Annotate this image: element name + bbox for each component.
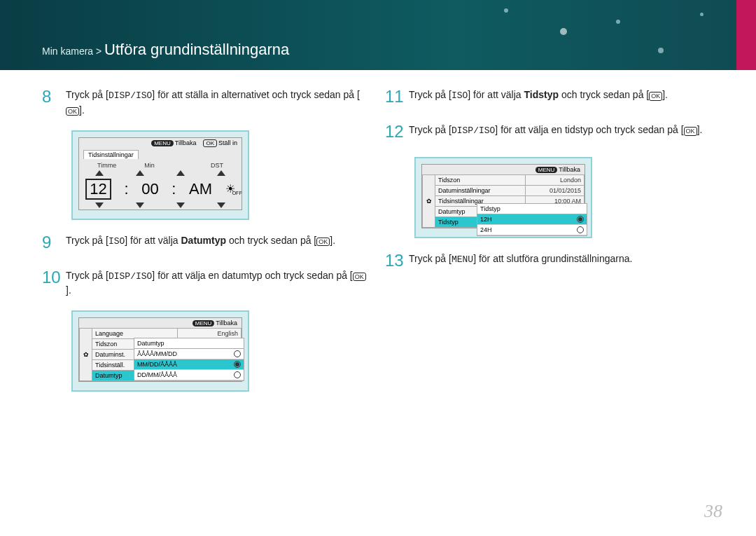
hour-value[interactable]: 12	[85, 179, 111, 200]
step-10: 10 Tryck på [DISP/ISO] för att välja en …	[42, 265, 371, 298]
step-text: Tryck på [DISP/ISO] för att ställa in al…	[66, 84, 371, 118]
ok-key: OK	[649, 92, 662, 101]
gear-icon: ✿	[423, 175, 435, 228]
step-text: Tryck på [DISP/ISO] för att välja en tid…	[409, 119, 702, 138]
popup-option[interactable]: MM/DD/ÅÅÅÅ	[134, 359, 244, 370]
ampm-value[interactable]: AM	[189, 180, 212, 198]
radio-icon	[577, 216, 584, 223]
breadcrumb-prefix: Min kamera >	[42, 46, 104, 57]
row-label[interactable]: Datuminställningar	[435, 186, 526, 196]
iso-key: ISO	[451, 90, 468, 101]
col-min: Min	[144, 162, 155, 169]
ok-key: OK	[66, 107, 79, 116]
popup-title: Tidstyp	[477, 204, 587, 214]
left-column: 8 Tryck på [DISP/ISO] för att ställa in …	[42, 84, 371, 401]
arrow-up-icon[interactable]	[176, 170, 185, 176]
back-label: Tillbaka	[559, 166, 580, 173]
timetype-screen: MENUTillbaka ✿ TidszonLondon Datuminstäl…	[414, 157, 592, 238]
iso-key: ISO	[108, 236, 125, 247]
step-number: 9	[42, 230, 66, 255]
step-number: 10	[42, 265, 66, 290]
time-settings-screen: MENUTillbaka OKStäll in Tidsinställninga…	[71, 130, 249, 220]
ok-key: OK	[353, 273, 366, 282]
header-bar: Min kamera > Utföra grundinställningarna	[0, 0, 756, 70]
step-number: 11	[385, 84, 409, 109]
back-label: Tillbaka	[175, 139, 197, 146]
menu-pill: MENU	[536, 167, 558, 173]
set-label: Ställ in	[218, 139, 237, 146]
right-column: 11 Tryck på [ISO] för att välja Tidstyp …	[385, 84, 714, 401]
col-hour: Timme	[97, 162, 116, 169]
menu-key: MENU	[451, 254, 473, 265]
bold-tidstyp: Tidstyp	[524, 89, 559, 100]
gear-icon: ✿	[80, 329, 92, 381]
step-11: 11 Tryck på [ISO] för att välja Tidstyp …	[385, 84, 714, 109]
step-12: 12 Tryck på [DISP/ISO] för att välja en …	[385, 119, 714, 144]
step-13: 13 Tryck på [MENU] för att slutföra grun…	[385, 248, 714, 273]
bold-datumtyp: Datumtyp	[181, 235, 227, 246]
datetype-screen: MENUTillbaka ✿ LanguageEnglish TidszonLo…	[71, 310, 249, 392]
radio-icon	[234, 361, 241, 368]
timetype-popup: Tidstyp 12H 24H	[477, 203, 587, 236]
step-number: 13	[385, 248, 409, 273]
arrow-down-icon[interactable]	[176, 202, 185, 208]
page-body: 8 Tryck på [DISP/ISO] för att ställa in …	[0, 70, 756, 401]
step-text: Tryck på [DISP/ISO] för att välja en dat…	[66, 265, 371, 298]
row-label[interactable]: Tidszon	[435, 175, 526, 186]
radio-icon	[577, 226, 584, 233]
datetype-popup: Datumtyp ÅÅÅÅ/MM/DD MM/DD/ÅÅÅÅ DD/MM/ÅÅÅ…	[134, 338, 244, 381]
step-number: 12	[385, 119, 409, 144]
breadcrumb: Min kamera > Utföra grundinställningarna	[42, 41, 289, 59]
disp-iso-key: DISP/ISO	[108, 90, 152, 101]
popup-title: Datumtyp	[134, 338, 244, 349]
radio-icon	[234, 350, 241, 357]
arrow-down-icon[interactable]	[136, 202, 144, 208]
arrow-up-icon[interactable]	[95, 170, 104, 176]
minute-value[interactable]: 00	[141, 180, 158, 198]
step-text: Tryck på [ISO] för att välja Datumtyp oc…	[66, 230, 335, 249]
menu-pill: MENU	[192, 320, 215, 327]
back-label: Tillbaka	[216, 319, 237, 327]
table-row: ✿ TidszonLondon	[423, 175, 584, 186]
popup-option[interactable]: DD/MM/ÅÅÅÅ	[134, 370, 244, 380]
arrow-up-icon[interactable]	[136, 170, 144, 176]
table-row: Datuminställningar01/01/2015	[423, 186, 584, 196]
screen-titlebar: MENUTillbaka OKStäll in	[79, 138, 241, 149]
col-dst: DST	[211, 162, 223, 169]
popup-option[interactable]: 12H	[477, 214, 587, 225]
row-value: London	[526, 175, 584, 186]
page-title: Utföra grundinställningarna	[104, 41, 289, 58]
arrow-down-icon[interactable]	[217, 202, 225, 208]
step-8: 8 Tryck på [DISP/ISO] för att ställa in …	[42, 84, 371, 118]
disp-iso-key: DISP/ISO	[451, 125, 495, 136]
row-value: 01/01/2015	[526, 186, 584, 196]
ok-key: OK	[684, 127, 697, 136]
popup-option[interactable]: ÅÅÅÅ/MM/DD	[134, 349, 244, 359]
step-text: Tryck på [MENU] för att slutföra grundin…	[409, 248, 632, 267]
page-number: 38	[704, 501, 722, 522]
step-number: 8	[42, 84, 66, 109]
dst-icon[interactable]: ☀OFF	[225, 182, 235, 195]
step-9: 9 Tryck på [ISO] för att välja Datumtyp …	[42, 230, 371, 255]
time-tab: Tidsinställningar	[83, 150, 139, 159]
arrow-up-icon[interactable]	[217, 170, 225, 176]
menu-pill: MENU	[151, 140, 174, 146]
step-text: Tryck på [ISO] för att välja Tidstyp och…	[409, 84, 668, 103]
disp-iso-key: DISP/ISO	[108, 271, 152, 282]
ok-pill: OK	[203, 139, 217, 147]
ok-key: OK	[316, 238, 330, 247]
radio-icon	[234, 371, 241, 378]
popup-option[interactable]: 24H	[477, 225, 587, 235]
arrow-down-icon[interactable]	[95, 202, 104, 208]
